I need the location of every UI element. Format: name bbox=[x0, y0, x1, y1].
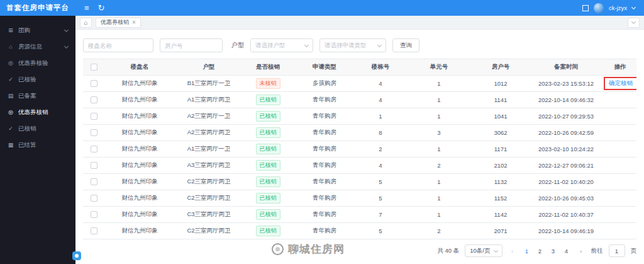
row-checkbox[interactable] bbox=[91, 129, 97, 136]
tab-close-icon[interactable]: × bbox=[132, 20, 136, 26]
status-badge: 已核销 bbox=[256, 95, 280, 106]
checkbox-cell bbox=[83, 108, 104, 125]
verified-icon: ✓ bbox=[7, 76, 14, 83]
main-layout: ⊞团购⌂房源信息◎优惠券核验✓已核验▤已备案◎优惠券核销✓已核销▦已结算 ⌂ 优… bbox=[0, 16, 644, 264]
sidebar-item-housing-info[interactable]: ⌂房源信息 bbox=[0, 38, 75, 55]
action-highlight-box: 确定核销 bbox=[604, 77, 636, 90]
cell-unit_type: C3三室两厅两卫 bbox=[175, 207, 243, 223]
sidebar-item-verified[interactable]: ✓已核验 bbox=[0, 71, 75, 88]
row-checkbox[interactable] bbox=[91, 80, 97, 87]
cell-apply_type: 青年购房 bbox=[293, 125, 356, 141]
cell-time: 2022-11-02 10:40:37 bbox=[528, 207, 604, 223]
project-name-input[interactable] bbox=[83, 38, 153, 52]
user-menu-caret-icon[interactable] bbox=[631, 5, 636, 9]
cell-unit: 1 bbox=[405, 207, 473, 223]
next-page-button[interactable]: › bbox=[577, 248, 586, 255]
housing-info-icon: ⌂ bbox=[7, 43, 14, 50]
cell-apply_type: 青年购房 bbox=[293, 141, 356, 158]
cell-status: 已核销 bbox=[243, 174, 293, 190]
row-checkbox[interactable] bbox=[91, 195, 97, 202]
page-number-1[interactable]: 1 bbox=[523, 248, 531, 255]
cell-name: 财信九州印象 bbox=[104, 76, 175, 92]
chevron-down-icon bbox=[631, 20, 636, 24]
table-row: 财信九州印象C2三室两厅两卫已核销青年购房5220712022-10-14 09… bbox=[83, 223, 636, 239]
sidebar-item-coupon-redeem[interactable]: ◎优惠券核销 bbox=[0, 104, 75, 120]
tab-list-dropdown[interactable] bbox=[628, 18, 640, 28]
status-badge: 已核销 bbox=[256, 144, 280, 155]
chevron-down-icon bbox=[304, 42, 309, 47]
cell-name: 财信九州印象 bbox=[104, 125, 175, 141]
status-badge: 已核销 bbox=[256, 209, 280, 221]
cell-unit: 1 bbox=[405, 76, 473, 92]
table-row: 财信九州印象C2三室两厅两卫已核销青年购房5111522022-10-26 09… bbox=[83, 190, 636, 207]
cell-name: 财信九州印象 bbox=[104, 92, 175, 108]
cell-building: 4 bbox=[356, 158, 405, 174]
sidebar-item-redeemed[interactable]: ✓已核销 bbox=[0, 120, 75, 137]
column-header: 操作 bbox=[604, 59, 636, 76]
row-checkbox[interactable] bbox=[91, 211, 97, 218]
cell-action bbox=[604, 174, 636, 190]
refresh-icon[interactable]: ↻ bbox=[98, 4, 105, 12]
page-number-4[interactable]: 4 bbox=[562, 248, 571, 255]
row-checkbox[interactable] bbox=[91, 113, 97, 120]
status-badge: 已核销 bbox=[256, 176, 280, 188]
cell-action bbox=[604, 190, 636, 207]
status-badge: 未核销 bbox=[256, 78, 280, 89]
sidebar-toggle-icon[interactable]: ≡ bbox=[84, 4, 89, 12]
username[interactable]: ck-jzyx bbox=[609, 4, 627, 11]
cell-apply_type: 青年购房 bbox=[293, 207, 356, 223]
checkbox-cell bbox=[83, 190, 104, 207]
sidebar-item-filed[interactable]: ▤已备案 bbox=[0, 88, 75, 104]
column-header: 楼盘名 bbox=[104, 59, 175, 76]
cell-room: 2071 bbox=[473, 223, 528, 239]
goto-page-input[interactable] bbox=[609, 244, 625, 257]
prev-page-button[interactable]: ‹ bbox=[508, 248, 517, 255]
page-size-select[interactable]: 10条/页 bbox=[465, 244, 502, 257]
cell-building: 8 bbox=[356, 125, 405, 141]
cell-unit_type: A1三室两厅两卫 bbox=[175, 92, 243, 108]
apply-type-select[interactable]: 请选择申请类型 bbox=[319, 38, 386, 52]
cell-time: 2022-12-27 09:06:21 bbox=[528, 158, 604, 174]
cell-unit: 2 bbox=[405, 158, 473, 174]
status-badge: 已核销 bbox=[256, 160, 280, 171]
avatar[interactable] bbox=[594, 3, 604, 13]
cell-action bbox=[604, 141, 636, 158]
search-button[interactable]: 查询 bbox=[392, 38, 419, 52]
row-checkbox[interactable] bbox=[91, 178, 97, 185]
tab-coupon-redeem[interactable]: 优惠券核销 × bbox=[96, 18, 141, 28]
home-tab-button[interactable]: ⌂ bbox=[80, 18, 92, 28]
sidebar-item-coupon-verify[interactable]: ◎优惠券核验 bbox=[0, 55, 75, 71]
cell-name: 财信九州印象 bbox=[104, 207, 175, 223]
table-row: 财信九州印象C2三室两厅两卫已核销青年购房5111322022-11-02 10… bbox=[83, 174, 636, 190]
select-all-header bbox=[83, 59, 104, 76]
column-header: 备案时间 bbox=[528, 59, 604, 76]
table-row: 财信九州印象B1三室两厅一卫未核销多孩购房4110122023-02-23 15… bbox=[83, 76, 636, 92]
unit-type-select-placeholder: 请选择户型 bbox=[255, 42, 286, 50]
apply-type-select-placeholder: 请选择申请类型 bbox=[325, 42, 367, 50]
unit-type-label: 户型 bbox=[231, 41, 244, 50]
table-row: 财信九州印象A3三室两厅两卫已核销青年购房4221022022-12-27 09… bbox=[83, 158, 636, 174]
row-checkbox[interactable] bbox=[91, 146, 97, 152]
row-checkbox[interactable] bbox=[91, 162, 97, 169]
cell-action bbox=[604, 207, 636, 223]
room-number-input[interactable] bbox=[160, 38, 223, 52]
fullscreen-icon[interactable] bbox=[582, 5, 589, 11]
page-number-2[interactable]: 2 bbox=[536, 248, 545, 255]
page-number-3[interactable]: 3 bbox=[549, 248, 558, 255]
chevron-down-icon bbox=[64, 43, 69, 48]
cell-apply_type: 青年购房 bbox=[293, 190, 356, 207]
cell-unit_type: C2三室两厅两卫 bbox=[175, 190, 243, 207]
cell-time: 2022-11-02 10:40:20 bbox=[528, 174, 604, 190]
row-checkbox[interactable] bbox=[91, 96, 97, 103]
unit-type-select[interactable]: 请选择户型 bbox=[250, 38, 313, 52]
sidebar-item-group-buy[interactable]: ⊞团购 bbox=[0, 22, 75, 38]
cell-status: 已核销 bbox=[243, 108, 293, 125]
chevron-down-icon bbox=[64, 27, 69, 32]
select-all-checkbox[interactable] bbox=[91, 64, 97, 71]
confirm-redeem-link[interactable]: 确定核销 bbox=[609, 79, 633, 86]
sidebar-item-settled[interactable]: ▦已结算 bbox=[0, 137, 75, 153]
cell-unit: 1 bbox=[405, 92, 473, 108]
row-checkbox[interactable] bbox=[91, 227, 97, 234]
cell-unit: 1 bbox=[405, 174, 473, 190]
cell-apply_type: 青年购房 bbox=[293, 92, 356, 108]
